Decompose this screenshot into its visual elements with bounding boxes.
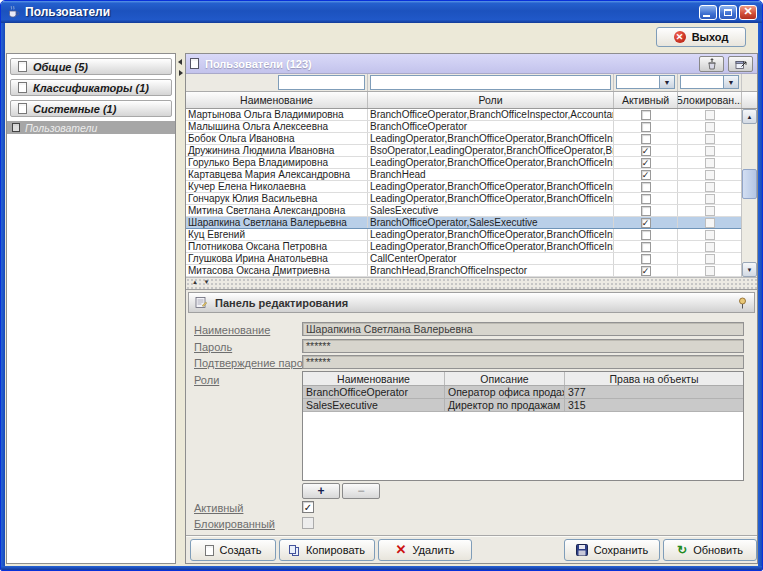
blocked-filter-combo[interactable]: ▼ <box>680 75 739 89</box>
minimize-button[interactable] <box>699 5 717 20</box>
table-row[interactable]: Дружинина Людмила ИвановнаBsoOperator,Le… <box>186 145 743 157</box>
sidebar-item-polzovateli[interactable]: Пользователи <box>7 121 175 134</box>
blocked-checkbox[interactable] <box>705 146 715 156</box>
password-confirm-label[interactable]: Подтверждение пароля <box>194 357 315 369</box>
trash-button[interactable] <box>699 56 724 72</box>
add-role-button[interactable]: + <box>302 483 340 499</box>
active-checkbox[interactable] <box>641 110 651 120</box>
sidebar-section-obshchie[interactable]: Общие (5) <box>10 58 172 75</box>
active-checkbox[interactable] <box>641 242 651 252</box>
roles-table-row[interactable]: BranchOfficeOperatorОператор офиса прода… <box>303 386 743 399</box>
pin-icon[interactable] <box>737 297 748 309</box>
exit-button[interactable]: ✕ Выход <box>656 27 746 47</box>
active-checkbox[interactable]: ✓ <box>641 266 651 276</box>
table-row[interactable]: Глушкова Ирина АнатольевнаCallCenterOper… <box>186 253 743 265</box>
sidebar-splitter[interactable] <box>177 53 184 564</box>
table-row[interactable]: Бобок Ольга ИвановнаLeadingOperator,Bran… <box>186 133 743 145</box>
sidebar-section-klassifikatory[interactable]: Классификаторы (1) <box>10 79 172 96</box>
document-icon <box>12 123 20 132</box>
roles-label[interactable]: Роли <box>194 374 219 386</box>
blocked-checkbox[interactable] <box>705 170 715 180</box>
refresh-button[interactable]: ↻ Обновить <box>663 539 757 561</box>
active-checkbox[interactable] <box>641 230 651 240</box>
active-edit-checkbox[interactable]: ✓ <box>302 501 314 513</box>
save-button[interactable]: Сохранить <box>564 539 660 561</box>
table-row[interactable]: Мартынова Ольга ВладимировнаBranchOffice… <box>186 109 743 121</box>
delete-button[interactable]: ✕ Удалить <box>378 539 472 561</box>
active-checkbox[interactable] <box>641 134 651 144</box>
scroll-thumb[interactable] <box>742 169 757 199</box>
active-checkbox[interactable] <box>641 122 651 132</box>
column-header-blocked[interactable]: Блокирован... <box>678 92 742 108</box>
roles-table-row[interactable]: SalesExecutiveДиректор по продажам315 <box>303 399 743 412</box>
blocked-checkbox[interactable] <box>705 218 715 228</box>
blocked-checkbox[interactable] <box>705 158 715 168</box>
column-header-active[interactable]: Активный <box>614 92 678 108</box>
blocked-checkbox[interactable] <box>705 122 715 132</box>
blocked-checkbox[interactable] <box>705 134 715 144</box>
table-row[interactable]: Малышина Ольга АлексеевнаBranchOfficeOpe… <box>186 121 743 133</box>
name-filter-input[interactable] <box>278 75 365 90</box>
table-row[interactable]: Кучер Елена НиколаевнаLeadingOperator,Br… <box>186 181 743 193</box>
active-checkbox[interactable]: ✓ <box>641 218 651 228</box>
table-row[interactable]: Митасова Оксана ДмитриевнаBranchHead,Bra… <box>186 265 743 277</box>
horizontal-splitter[interactable]: ▲ ▼ <box>186 277 757 289</box>
active-checkbox[interactable] <box>641 254 651 264</box>
splitter-collapse-icons[interactable]: ▲ ▼ <box>192 279 212 285</box>
scroll-up-button[interactable]: ▲ <box>742 109 757 124</box>
table-row[interactable]: Митина Светлана АлександровнаSalesExecut… <box>186 205 743 217</box>
delete-button-label: Удалить <box>412 544 454 556</box>
blocked-checkbox[interactable] <box>705 194 715 204</box>
active-checkbox[interactable] <box>641 206 651 216</box>
name-field[interactable]: Шарапкина Светлана Валерьевна <box>302 322 744 336</box>
name-label[interactable]: Наименование <box>194 324 270 336</box>
chevron-down-icon[interactable]: ▼ <box>659 76 674 88</box>
blocked-checkbox[interactable] <box>705 254 715 264</box>
minus-icon: − <box>357 486 364 496</box>
roles-filter-input[interactable] <box>370 75 611 90</box>
active-label[interactable]: Активный <box>194 502 243 514</box>
blocked-edit-checkbox[interactable] <box>302 517 314 529</box>
active-checkbox[interactable]: ✓ <box>641 158 651 168</box>
table-row[interactable]: Плотникова Оксана ПетровнаLeadingOperato… <box>186 241 743 253</box>
collapse-left-icon[interactable] <box>178 59 182 65</box>
role-name-cell: SalesExecutive <box>303 399 445 411</box>
new-document-icon <box>205 545 214 556</box>
user-roles-cell: BranchOfficeOperator <box>368 121 614 132</box>
chevron-down-icon[interactable]: ▼ <box>723 76 738 88</box>
maximize-button[interactable] <box>719 5 737 20</box>
active-checkbox[interactable] <box>641 194 651 204</box>
column-header-name[interactable]: Наименование <box>186 92 368 108</box>
scroll-down-button[interactable]: ▼ <box>742 262 757 277</box>
table-row[interactable]: Шарапкина Светлана ВалерьевнаBranchOffic… <box>186 217 743 229</box>
password-field[interactable]: ****** <box>302 339 744 353</box>
sidebar-section-sistemnye[interactable]: Системные (1) <box>10 100 172 117</box>
table-row[interactable]: Картавцева Мария АлександровнаBranchHead… <box>186 169 743 181</box>
active-cell <box>614 181 678 192</box>
active-checkbox[interactable] <box>641 182 651 192</box>
column-header-roles[interactable]: Роли <box>368 92 614 108</box>
table-row[interactable]: Гончарук Юлия ВасильевнаLeadingOperator,… <box>186 193 743 205</box>
copy-button[interactable]: Копировать <box>279 539 375 561</box>
remove-role-button[interactable]: − <box>342 483 380 499</box>
blocked-label[interactable]: Блокированный <box>194 518 275 530</box>
active-filter-combo[interactable]: ▼ <box>616 75 675 89</box>
active-checkbox[interactable]: ✓ <box>641 170 651 180</box>
blocked-checkbox[interactable] <box>705 110 715 120</box>
close-button[interactable]: ✕ <box>739 5 757 20</box>
table-scrollbar[interactable]: ▲ ▼ <box>741 109 757 277</box>
blocked-checkbox[interactable] <box>705 242 715 252</box>
export-button[interactable] <box>728 56 753 72</box>
blocked-checkbox[interactable] <box>705 266 715 276</box>
table-row[interactable]: Горулько Вера ВладимировнаLeadingOperato… <box>186 157 743 169</box>
blocked-checkbox[interactable] <box>705 206 715 216</box>
blocked-checkbox[interactable] <box>705 230 715 240</box>
table-row[interactable]: Куц ЕвгенийLeadingOperator,BranchOfficeO… <box>186 229 743 241</box>
collapse-right-icon[interactable] <box>179 70 183 76</box>
blocked-cell <box>678 229 742 240</box>
password-label[interactable]: Пароль <box>194 341 232 353</box>
password-confirm-field[interactable]: ****** <box>302 355 744 369</box>
active-checkbox[interactable]: ✓ <box>641 146 651 156</box>
create-button[interactable]: Создать <box>190 539 276 561</box>
blocked-checkbox[interactable] <box>705 182 715 192</box>
